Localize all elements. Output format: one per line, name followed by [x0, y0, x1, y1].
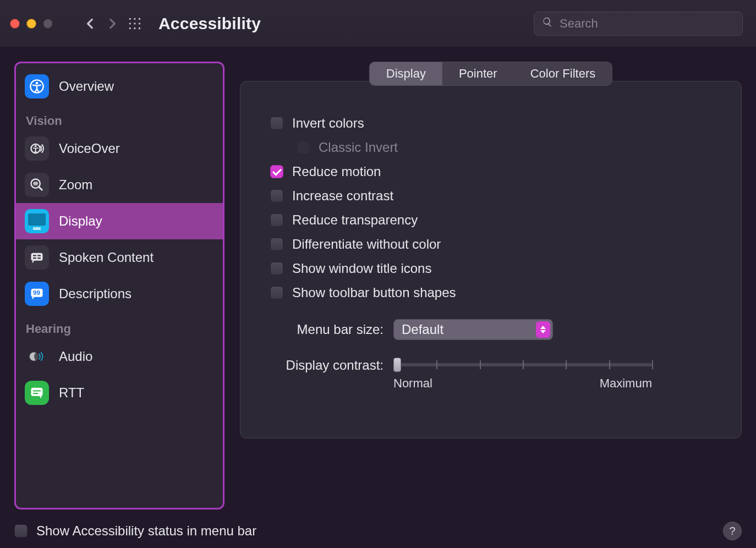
svg-rect-6 — [33, 255, 36, 256]
sidebar-item-label: Display — [59, 213, 102, 229]
search-input[interactable] — [560, 17, 735, 31]
show-all-icon[interactable] — [128, 17, 142, 31]
field-label: Menu bar size: — [262, 322, 384, 337]
help-button[interactable]: ? — [723, 522, 742, 540]
option-differentiate-without-color[interactable]: Differentiate without color — [270, 232, 719, 256]
svg-rect-5 — [31, 253, 43, 261]
checkbox[interactable] — [270, 213, 283, 227]
search-field[interactable] — [534, 12, 743, 36]
svg-rect-17 — [33, 393, 38, 394]
option-label: Reduce transparency — [292, 212, 418, 228]
option-label: Differentiate without color — [292, 237, 441, 252]
spoken-content-icon — [25, 245, 49, 270]
tab-pointer[interactable]: Pointer — [442, 62, 514, 85]
descriptions-icon: 99 — [25, 282, 49, 306]
voiceover-icon — [25, 136, 49, 161]
option-label: Show window title icons — [292, 261, 431, 276]
chevron-up-down-icon — [536, 321, 550, 338]
field-label: Display contrast: — [262, 357, 384, 373]
footer: Show Accessibility status in menu bar ? — [0, 514, 756, 548]
sidebar-item-voiceover[interactable]: VoiceOver — [16, 130, 223, 167]
audio-icon — [25, 344, 49, 369]
menu-bar-size-select[interactable]: Default — [393, 319, 553, 340]
display-settings-panel: Invert colors Classic Invert Reduce moti… — [240, 81, 742, 439]
rtt-icon — [25, 381, 49, 405]
tab-bar: Display Pointer Color Filters — [369, 62, 612, 86]
svg-rect-7 — [37, 255, 41, 256]
option-reduce-motion[interactable]: Reduce motion — [270, 160, 719, 184]
window-controls — [10, 19, 53, 29]
svg-rect-8 — [33, 257, 36, 259]
sidebar-item-rtt[interactable]: RTT — [16, 375, 223, 411]
help-icon: ? — [729, 525, 735, 538]
svg-rect-15 — [31, 388, 43, 396]
accessibility-icon — [25, 74, 49, 98]
sidebar-item-spoken-content[interactable]: Spoken Content — [16, 239, 223, 276]
display-icon — [25, 209, 49, 233]
zoom-icon — [25, 173, 49, 197]
search-icon — [542, 17, 553, 31]
checkbox — [297, 141, 310, 154]
svg-rect-16 — [33, 390, 41, 391]
titlebar: Accessibility — [0, 0, 756, 47]
svg-rect-9 — [37, 257, 41, 259]
sidebar-item-label: VoiceOver — [59, 141, 120, 156]
sidebar-item-zoom[interactable]: Zoom — [16, 167, 223, 203]
window-minimize-button[interactable] — [26, 19, 36, 29]
sidebar-item-label: Descriptions — [59, 286, 132, 302]
sidebar-item-overview[interactable]: Overview — [16, 68, 223, 104]
option-label: Show toolbar button shapes — [292, 285, 456, 300]
menu-bar-size-row: Menu bar size: Default — [262, 319, 719, 340]
svg-point-1 — [36, 82, 39, 85]
svg-point-3 — [35, 145, 37, 147]
select-value: Default — [402, 322, 443, 337]
sidebar-item-descriptions[interactable]: 99 Descriptions — [16, 276, 223, 312]
page-title: Accessibility — [158, 14, 261, 33]
svg-point-14 — [34, 353, 38, 360]
option-show-window-title-icons[interactable]: Show window title icons — [270, 256, 719, 281]
option-reduce-transparency[interactable]: Reduce transparency — [270, 208, 719, 232]
sidebar-item-label: Audio — [59, 349, 92, 364]
checkbox[interactable] — [270, 189, 283, 202]
slider-thumb[interactable] — [393, 358, 401, 372]
option-increase-contrast[interactable]: Increase contrast — [270, 184, 719, 208]
slider-max-label: Maximum — [600, 376, 652, 391]
svg-text:99: 99 — [33, 289, 40, 296]
main-panel: Display Pointer Color Filters Invert col… — [240, 62, 742, 509]
sidebar-item-label: Spoken Content — [59, 250, 154, 265]
checkbox[interactable] — [270, 117, 283, 130]
footer-label: Show Accessibility status in menu bar — [36, 523, 256, 539]
checkbox[interactable] — [270, 286, 283, 299]
nav-back-button[interactable] — [79, 13, 101, 35]
window-zoom-button[interactable] — [43, 19, 53, 29]
sidebar-section-vision: Vision — [16, 104, 223, 130]
option-label: Increase contrast — [292, 188, 393, 204]
option-show-toolbar-button-shapes[interactable]: Show toolbar button shapes — [270, 281, 719, 305]
sidebar-section-hearing: Hearing — [16, 312, 223, 338]
sidebar-item-label: Overview — [59, 79, 114, 94]
checkbox-show-status[interactable] — [14, 524, 28, 538]
checkbox[interactable] — [270, 238, 283, 251]
option-label: Reduce motion — [292, 164, 381, 179]
sidebar-item-display[interactable]: Display — [16, 203, 223, 239]
sidebar-item-label: RTT — [59, 385, 84, 401]
slider-min-label: Normal — [393, 376, 432, 391]
option-invert-colors[interactable]: Invert colors — [270, 111, 719, 135]
checkbox[interactable] — [270, 165, 283, 178]
sidebar: Overview Vision VoiceOver Zoom — [14, 62, 224, 509]
display-contrast-slider[interactable] — [393, 363, 652, 366]
option-label: Classic Invert — [319, 140, 398, 155]
sidebar-item-audio[interactable]: Audio — [16, 338, 223, 375]
option-label: Invert colors — [292, 116, 364, 131]
tab-color-filters[interactable]: Color Filters — [514, 62, 612, 85]
option-classic-invert: Classic Invert — [297, 135, 719, 160]
display-contrast-row: Display contrast: Normal Maxim — [262, 357, 719, 391]
checkbox[interactable] — [270, 262, 283, 275]
window-close-button[interactable] — [10, 19, 20, 29]
nav-forward-button[interactable] — [101, 13, 123, 35]
tab-display[interactable]: Display — [370, 62, 442, 85]
sidebar-item-label: Zoom — [59, 177, 92, 193]
